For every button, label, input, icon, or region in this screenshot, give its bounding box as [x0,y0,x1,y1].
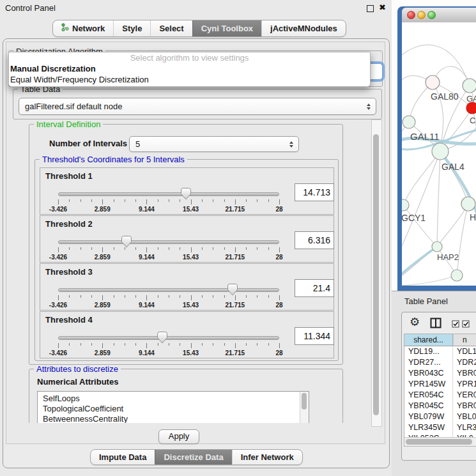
threshold-slider[interactable]: -3.4262.8599.14415.4321.71528 [58,187,279,213]
tick-mark [246,295,247,298]
settings-scrollbar-thumb[interactable] [373,134,379,415]
table-cell[interactable]: YBL0 [453,411,476,422]
list-item[interactable]: SelfLoops [43,394,309,404]
table-cell[interactable]: YER054C [404,390,453,401]
network-node[interactable] [463,79,476,93]
number-of-intervals-select[interactable]: 5 [129,136,299,152]
control-panel: Control Panel ✖ Network Style Select Cyn… [0,0,392,476]
close-icon[interactable]: ✖ [379,3,386,13]
list-item[interactable]: BetweennessCentrality [43,414,309,423]
table-row[interactable]: YDL19...YDL1 [404,346,476,357]
column-header-name[interactable]: n [453,334,476,346]
tick-mark [102,343,103,348]
network-node[interactable] [402,199,409,211]
tick-mark [213,247,213,250]
tick-mark [235,199,236,204]
checkbox-icon[interactable] [452,319,459,330]
slider-thumb[interactable] [227,284,238,296]
table-scrollbar-thumb[interactable] [406,439,472,445]
table-cell[interactable]: YDL1 [453,346,476,357]
table-row[interactable]: YPR145WYPR1 [404,379,476,390]
threshold-value-input[interactable] [295,183,334,201]
tab-discretize-data[interactable]: Discretize Data [155,450,231,464]
table-cell[interactable]: YBL079W [404,411,453,422]
table-cell[interactable]: YBR045C [404,401,453,411]
window-zoom-button[interactable] [427,11,436,19]
table-row[interactable]: YBR045CYBR0 [404,401,476,411]
tab-jactivemnodules[interactable]: jActiveMNodules [261,20,346,36]
table-cell[interactable]: YER0 [453,390,476,401]
table-row[interactable]: YBL079WYBL0 [404,411,476,422]
window-minimize-button[interactable] [417,11,426,19]
table-cell[interactable]: YDR2 [453,357,476,368]
checkbox-icon[interactable] [462,319,470,330]
slider-thumb[interactable] [157,332,167,344]
tab-infer-network[interactable]: Infer Network [232,450,302,464]
table-cell[interactable]: YDR27... [404,357,453,368]
table-row[interactable]: YLR345WYLR3 [404,422,476,433]
network-window-titlebar[interactable] [402,8,476,23]
network-node[interactable] [403,116,415,128]
table-cell[interactable]: YBR043C [404,368,453,379]
tab-impute-data[interactable]: Impute Data [91,450,155,464]
table-row[interactable]: YDR27...YDR2 [404,357,476,368]
network-canvas[interactable]: GAL80GACGAL11GAL4GCY1HHAP2 [402,22,476,286]
columns-icon[interactable] [430,318,441,331]
table-cell[interactable]: YPR1 [453,379,476,390]
threshold-slider[interactable]: -3.4262.8599.14415.4321.71528 [58,235,279,261]
tab-network[interactable]: Network [53,20,113,36]
table-cell[interactable]: YDL19... [404,346,453,357]
tick-mark [257,295,257,298]
tab-select[interactable]: Select [150,20,192,36]
network-node[interactable] [466,102,476,114]
slider-track[interactable] [58,288,279,292]
table-cell[interactable]: YPR145W [404,379,453,390]
tick-label: 9.144 [139,254,155,261]
threshold-value-input[interactable] [295,231,334,249]
table-cell[interactable]: YLR345W [404,422,453,433]
list-scrollbar[interactable] [300,392,309,423]
slider-track[interactable] [58,336,279,340]
tick-label: 21.715 [226,254,245,261]
table-horizontal-scrollbar[interactable] [404,437,476,446]
tick-mark [268,295,269,298]
tick-mark [235,295,236,300]
table-row[interactable]: YBR043CYBR0 [404,368,476,379]
apply-button[interactable]: Apply [158,429,199,444]
window-close-button[interactable] [407,11,415,19]
tick-mark [58,247,59,252]
table-row[interactable]: YER054CYER0 [404,390,476,401]
tick-mark [180,343,180,346]
tab-cyni-toolbox[interactable]: Cyni Toolbox [192,20,261,36]
network-node[interactable] [426,75,440,89]
table-cell[interactable]: YBR0 [453,368,476,379]
gear-icon[interactable]: ⚙ [410,315,420,328]
table-cell[interactable]: YBR0 [453,401,476,411]
threshold-slider[interactable]: -3.4262.8599.14415.4321.71528 [58,283,279,309]
table-data-select[interactable]: galFiltered.sif default node [19,98,376,115]
slider-track[interactable] [58,192,279,196]
column-header-shared-name[interactable]: shared... [404,334,453,346]
network-node[interactable] [432,143,449,160]
tick-mark [135,199,136,202]
network-node[interactable] [451,270,463,281]
list-item[interactable]: TopologicalCoefficient [43,404,309,414]
slider-track[interactable] [58,240,279,244]
tick-mark [135,247,136,250]
table-cell[interactable]: YLR3 [453,422,476,433]
float-window-icon[interactable] [367,5,374,12]
algorithm-dropdown-popup: Select algorithm to view settings Manual… [8,52,371,87]
settings-scrollbar[interactable] [371,119,382,427]
threshold-value-input[interactable] [295,327,334,345]
tab-style[interactable]: Style [113,20,150,36]
network-node[interactable] [461,197,475,211]
list-scrollbar-thumb[interactable] [302,393,307,410]
threshold-slider[interactable]: -3.4262.8599.14415.4321.71528 [58,331,279,357]
slider-thumb[interactable] [181,188,191,200]
tick-mark [169,343,169,346]
dropdown-option-manual[interactable]: Manual Discretization [9,63,370,74]
dropdown-option-equal-width[interactable]: Equal Width/Frequency Discretization [9,74,370,85]
network-node[interactable] [432,242,442,252]
slider-thumb[interactable] [121,236,132,248]
threshold-value-input[interactable] [295,279,334,297]
